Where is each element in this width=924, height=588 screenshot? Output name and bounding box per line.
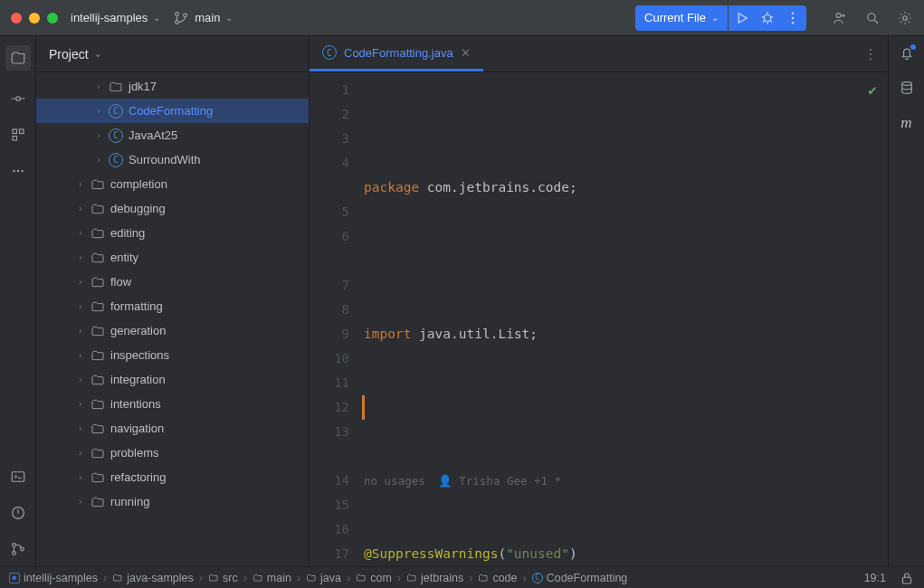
expander-icon[interactable]: › — [94, 81, 103, 91]
breadcrumb-java[interactable]: java — [306, 572, 341, 584]
tab-codeformatting[interactable]: C CodeFormatting.java ✕ — [310, 36, 483, 71]
expander-icon[interactable]: › — [76, 228, 85, 238]
expander-icon[interactable]: › — [76, 179, 85, 189]
expander-icon[interactable]: › — [94, 130, 103, 140]
breadcrumb-CodeFormatting[interactable]: CCodeFormatting — [532, 572, 628, 584]
tree-item-entity[interactable]: ›entity — [36, 245, 309, 270]
tree-item-codeformatting[interactable]: ›CCodeFormatting — [36, 99, 309, 123]
tree-item-problems[interactable]: ›problems — [36, 441, 309, 465]
search-icon[interactable] — [864, 10, 881, 26]
tree-item-formatting[interactable]: ›formatting — [36, 294, 309, 318]
expander-icon[interactable]: › — [76, 497, 85, 507]
more-actions-icon[interactable] — [785, 10, 801, 26]
gutter-line[interactable]: 10 — [310, 346, 349, 371]
tree-item-flow[interactable]: ›flow — [36, 270, 309, 294]
tree-item-completion[interactable]: ›completion — [36, 172, 309, 196]
problems-tool-icon[interactable] — [10, 505, 26, 521]
expander-icon[interactable]: › — [76, 423, 85, 433]
gutter-line[interactable]: 9 — [310, 322, 349, 346]
expander-icon[interactable]: › — [76, 375, 85, 384]
maven-tool-icon[interactable]: m — [900, 114, 911, 132]
gutter-line[interactable]: 13 — [310, 420, 349, 444]
tree-item-generation[interactable]: ›generation — [36, 318, 309, 343]
expander-icon[interactable]: › — [76, 350, 85, 360]
gutter-line[interactable]: 11 — [310, 371, 349, 395]
code-with-me-icon[interactable] — [832, 10, 848, 26]
gutter-line[interactable]: 16 — [310, 517, 349, 542]
gutter-line[interactable]: 6 — [310, 224, 349, 249]
commit-tool-icon[interactable] — [10, 90, 26, 107]
tree-item-debugging[interactable]: ›debugging — [36, 196, 309, 221]
expander-icon[interactable]: › — [76, 399, 85, 409]
tree-item-javaat25[interactable]: ›CJavaAt25 — [36, 123, 309, 147]
gutter-line[interactable] — [310, 444, 349, 469]
breadcrumb-src[interactable]: src — [208, 572, 238, 584]
expander-icon[interactable]: › — [76, 326, 85, 336]
breadcrumb-intellij-samples[interactable]: ■intellij-samples — [9, 572, 98, 584]
breadcrumb-jetbrains[interactable]: jetbrains — [406, 572, 463, 584]
debug-icon[interactable] — [759, 10, 776, 26]
vcs-tool-icon[interactable] — [10, 541, 26, 557]
maximize-window-icon[interactable] — [47, 13, 58, 24]
usage-hint[interactable]: no usages — [364, 469, 425, 493]
gutter-line[interactable]: 1 — [310, 78, 349, 102]
gutter-line[interactable]: 4 — [310, 151, 349, 175]
breadcrumb-java-samples[interactable]: java-samples — [112, 572, 194, 584]
gutter-line[interactable]: 7 — [310, 273, 349, 298]
project-tree[interactable]: ›jdk17›CCodeFormatting›CJavaAt25›CSurrou… — [36, 72, 309, 566]
tree-item-jdk17[interactable]: ›jdk17 — [36, 74, 309, 99]
branch-dropdown[interactable]: main ⌄ — [173, 10, 233, 26]
minimize-window-icon[interactable] — [29, 13, 40, 24]
expander-icon[interactable]: › — [76, 252, 85, 262]
tab-more-icon[interactable] — [862, 46, 879, 62]
gutter-line[interactable]: 17 — [310, 542, 349, 566]
gutter-line[interactable] — [310, 249, 349, 273]
tree-item-surroundwith[interactable]: ›CSurroundWith — [36, 147, 309, 172]
breadcrumb-code[interactable]: code — [478, 572, 517, 584]
tree-item-editing[interactable]: ›editing — [36, 221, 309, 245]
analysis-ok-icon[interactable]: ✔ — [868, 78, 877, 102]
notifications-icon[interactable] — [899, 45, 915, 62]
code-editor[interactable]: ✔ package com.jetbrains.code; import jav… — [362, 72, 888, 566]
author-hint[interactable]: Trisha Gee +1 * — [459, 474, 561, 488]
tree-item-intentions[interactable]: ›intentions — [36, 392, 309, 416]
breadcrumbs[interactable]: ■intellij-samples›java-samples›src›main›… — [9, 572, 627, 584]
database-tool-icon[interactable] — [899, 80, 915, 96]
gutter-line[interactable]: 3 — [310, 127, 349, 151]
gutter-line[interactable]: 2 — [310, 102, 349, 127]
tree-item-navigation[interactable]: ›navigation — [36, 416, 309, 441]
lock-icon[interactable] — [899, 570, 915, 586]
gutter-line[interactable]: 8 — [310, 298, 349, 322]
expander-icon[interactable]: › — [76, 204, 85, 213]
expander-icon[interactable]: › — [94, 106, 103, 116]
traffic-lights[interactable] — [11, 13, 58, 24]
run-icon[interactable] — [734, 10, 750, 26]
gutter-line[interactable]: 14 — [310, 469, 349, 493]
project-dropdown[interactable]: intellij-samples ⌄ — [71, 11, 160, 24]
expander-icon[interactable]: › — [76, 301, 85, 311]
close-tab-icon[interactable]: ✕ — [461, 46, 471, 60]
project-tool-icon[interactable] — [5, 45, 31, 71]
gutter-line[interactable]: 15 — [310, 493, 349, 517]
gutter-line[interactable] — [310, 175, 349, 200]
more-tools-icon[interactable] — [10, 163, 26, 179]
breadcrumb-main[interactable]: main — [252, 572, 291, 584]
close-window-icon[interactable] — [11, 13, 22, 24]
terminal-tool-icon[interactable] — [10, 469, 26, 485]
expander-icon[interactable]: › — [76, 448, 85, 458]
gear-icon[interactable] — [897, 10, 913, 26]
breadcrumb-com[interactable]: com — [356, 572, 392, 584]
gutter-line[interactable]: 5 — [310, 200, 349, 224]
tree-item-refactoring[interactable]: ›refactoring — [36, 465, 309, 489]
expander-icon[interactable]: › — [76, 277, 85, 287]
run-config-dropdown[interactable]: Current File ⌄ — [635, 5, 728, 31]
tree-item-inspections[interactable]: ›inspections — [36, 343, 309, 367]
expander-icon[interactable]: › — [76, 472, 85, 482]
expander-icon[interactable]: › — [94, 155, 103, 165]
structure-tool-icon[interactable] — [10, 127, 26, 143]
project-panel-header[interactable]: Project ⌄ — [36, 36, 309, 72]
tree-item-running[interactable]: ›running — [36, 489, 309, 514]
tree-item-integration[interactable]: ›integration — [36, 367, 309, 392]
caret-position[interactable]: 19:1 — [864, 572, 886, 584]
gutter-line[interactable]: 12 — [310, 395, 349, 420]
